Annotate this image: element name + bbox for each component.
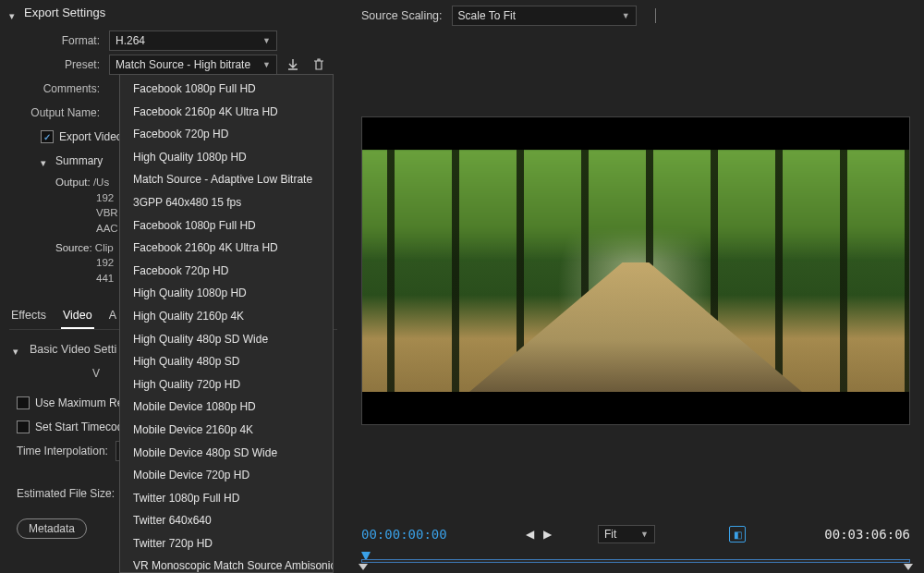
metadata-button[interactable]: Metadata [17,518,87,539]
preset-label: Preset: [9,58,109,71]
use-max-render-label: Use Maximum Ren [35,396,129,409]
estimated-file-size-label: Estimated File Size: [17,487,115,500]
chevron-down-icon: ▼ [262,60,271,69]
in-point-handle[interactable] [359,564,368,570]
preset-option[interactable]: Match Source - Adaptive Low Bitrate [120,168,333,191]
format-select[interactable]: H.264 ▼ [109,30,277,51]
basic-video-settings-title: Basic Video Setti [30,343,116,356]
width-label: V [9,367,109,380]
preset-option[interactable]: Facebook 1080p Full HD [120,214,333,238]
export-video-label: Export Video [59,130,123,143]
preset-option[interactable]: Mobile Device 480p SD Wide [120,442,333,465]
out-timecode[interactable]: 00:03:06:06 [824,527,910,542]
preset-value: Match Source - High bitrate [116,58,250,71]
summary-source-label: Source: [55,242,92,253]
tab-audio[interactable]: A [107,303,118,329]
chevron-down-icon: ▼ [640,530,649,539]
export-video-checkbox[interactable] [41,130,54,143]
summary-output-line: VBR [96,207,118,218]
crop-output-icon[interactable]: ◧ [729,526,746,543]
preset-option[interactable]: High Quality 2160p 4K [120,305,333,328]
preset-option[interactable]: High Quality 480p SD Wide [120,328,333,351]
in-timecode[interactable]: 00:00:00:00 [361,527,447,542]
preset-option[interactable]: VR Monoscopic Match Source Ambisonics [120,555,333,573]
source-scaling-select[interactable]: Scale To Fit ▼ [452,6,637,26]
out-point-handle[interactable] [904,564,913,570]
source-scaling-value: Scale To Fit [458,9,516,22]
preset-option[interactable]: Mobile Device 720p HD [120,464,333,487]
time-interpolation-label: Time Interpolation: [17,445,108,457]
set-start-timecode-checkbox[interactable] [17,421,30,433]
format-label: Format: [9,34,109,47]
summary-source-line: Clip [95,242,114,253]
preset-select[interactable]: Match Source - High bitrate ▼ [109,55,277,75]
chevron-down-icon: ▼ [262,36,271,45]
preset-option[interactable]: Twitter 1080p Full HD [120,487,333,510]
summary-output-line: /Us [93,177,109,188]
text-cursor [655,8,656,23]
comments-label: Comments: [9,82,109,95]
save-preset-icon[interactable] [283,55,303,75]
summary-source-line: 441 [96,273,114,284]
use-max-render-checkbox[interactable] [17,396,30,409]
tab-video[interactable]: Video [61,303,94,329]
preset-option[interactable]: Facebook 720p HD [120,123,333,146]
chevron-down-icon[interactable] [41,156,50,165]
output-name-label: Output Name: [9,106,109,119]
preset-option[interactable]: Twitter 640x640 [120,509,333,532]
preset-option[interactable]: Mobile Device 1080p HD [120,396,333,419]
chevron-down-icon[interactable] [13,345,22,354]
preset-option[interactable]: Twitter 720p HD [120,532,333,555]
chevron-down-icon: ▼ [622,11,630,20]
preset-option[interactable]: High Quality 480p SD [120,350,333,373]
preset-option[interactable]: Facebook 2160p 4K Ultra HD [120,237,333,260]
preset-option[interactable]: 3GPP 640x480 15 fps [120,191,333,214]
preset-option[interactable]: Facebook 1080p Full HD [120,78,333,101]
summary-output-line: AAC [96,223,118,234]
video-preview[interactable] [361,116,910,425]
zoom-fit-select[interactable]: Fit ▼ [598,525,655,543]
format-value: H.264 [116,34,145,47]
timeline-slider[interactable] [361,552,910,570]
source-scaling-label: Source Scaling: [361,9,443,22]
preset-option[interactable]: Facebook 720p HD [120,260,333,283]
preset-option[interactable]: High Quality 1080p HD [120,146,333,169]
preview-frame [361,150,910,392]
tab-effects[interactable]: Effects [9,303,48,329]
summary-source-line: 192 [96,257,114,268]
preset-dropdown-menu[interactable]: Facebook 1080p Full HDFacebook 2160p 4K … [119,74,334,573]
next-frame-icon[interactable]: ▶ [543,528,552,541]
preset-option[interactable]: Facebook 2160p 4K Ultra HD [120,101,333,124]
preset-option[interactable]: High Quality 720p HD [120,373,333,396]
delete-preset-icon[interactable] [309,55,329,75]
preset-option[interactable]: Mobile Device 2160p 4K [120,419,333,442]
summary-title: Summary [55,154,103,167]
set-start-timecode-label: Set Start Timecode [35,421,129,433]
export-settings-title: Export Settings [24,6,105,19]
summary-output-line: 192 [96,192,114,203]
chevron-down-icon[interactable] [9,8,18,18]
preset-option[interactable]: High Quality 1080p HD [120,282,333,305]
prev-frame-icon[interactable]: ◀ [526,528,534,541]
summary-output-label: Output: [55,177,91,188]
